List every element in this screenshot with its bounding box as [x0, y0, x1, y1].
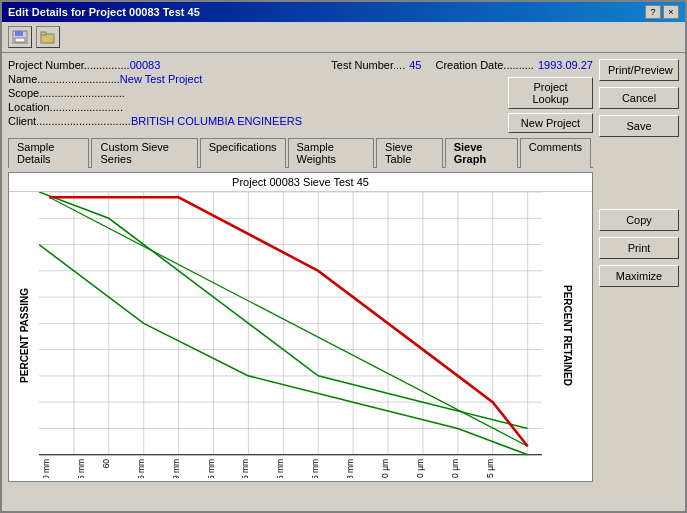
svg-text:2.36 mm: 2.36 mm: [310, 459, 320, 478]
svg-text:26 mm: 26 mm: [136, 459, 146, 478]
chart-title: Project 00083 Sieve Test 45: [9, 173, 592, 192]
project-number-row: Project Number............... 00083: [8, 59, 321, 71]
svg-text:9.5 mm: 9.5 mm: [241, 459, 251, 478]
svg-text:4.75 mm: 4.75 mm: [275, 459, 285, 478]
location-row: Location........................: [8, 101, 321, 113]
right-buttons-panel: Print/Preview Cancel Save Copy Print Max…: [599, 59, 679, 486]
info-right-top: Test Number.... 45 Creation Date........…: [331, 59, 593, 133]
svg-text:75 μm: 75 μm: [485, 459, 495, 478]
project-lookup-button[interactable]: Project Lookup: [508, 77, 593, 109]
save-toolbar-button[interactable]: [8, 26, 32, 48]
chart-area: Project 00083 Sieve Test 45 PERCENT PASS…: [8, 172, 593, 482]
client-row: Client............................... BR…: [8, 115, 321, 127]
title-bar: Edit Details for Project 00083 Test 45 ?…: [2, 2, 685, 22]
tab-sieve-table[interactable]: Sieve Table: [376, 138, 443, 168]
project-number-value: 00083: [130, 59, 161, 71]
spacer: [599, 143, 679, 203]
close-button[interactable]: ×: [663, 5, 679, 19]
svg-text:160 μm: 160 μm: [450, 459, 460, 478]
tab-sieve-graph[interactable]: Sieve Graph: [445, 138, 518, 168]
svg-text:600 μm: 600 μm: [380, 459, 390, 478]
toolbar: [2, 22, 685, 53]
y-left-container: PERCENT PASSING: [9, 192, 39, 478]
open-icon: [40, 30, 56, 44]
svg-text:300 μm: 300 μm: [415, 459, 425, 478]
info-left: Project Number............... 00083 Name…: [8, 59, 321, 133]
name-value: New Test Project: [120, 73, 202, 85]
svg-text:-80 mm: -80 mm: [41, 459, 51, 478]
svg-text:12.5 mm: 12.5 mm: [206, 459, 216, 478]
maximize-button[interactable]: Maximize: [599, 265, 679, 287]
svg-rect-4: [41, 32, 46, 35]
svg-rect-1: [15, 31, 23, 36]
client-label: Client...............................: [8, 115, 131, 127]
tab-custom-sieve[interactable]: Custom Sieve Series: [91, 138, 197, 168]
location-label: Location........................: [8, 101, 123, 113]
client-value: BRITISH COLUMBIA ENGINEERS: [131, 115, 302, 127]
open-toolbar-button[interactable]: [36, 26, 60, 48]
creation-date-value: 1993.09.27: [538, 59, 593, 71]
y-right-container: PERCENT RETAINED: [542, 192, 592, 478]
copy-button[interactable]: Copy: [599, 209, 679, 231]
print-button[interactable]: Print: [599, 237, 679, 259]
scope-label: Scope............................: [8, 87, 125, 99]
name-row: Name........................... New Test…: [8, 73, 321, 85]
save-icon: [12, 30, 28, 44]
project-number-label: Project Number...............: [8, 59, 130, 71]
svg-rect-2: [15, 38, 25, 42]
new-project-button[interactable]: New Project: [508, 113, 593, 133]
tab-comments[interactable]: Comments: [520, 138, 591, 168]
test-number-value: 45: [409, 59, 421, 71]
svg-text:60: 60: [101, 459, 111, 469]
chart-canvas: 100 90 80 70 60 50 40 30 20 10 0: [39, 192, 542, 478]
help-button[interactable]: ?: [645, 5, 661, 19]
creation-date-label: Creation Date..........: [436, 59, 534, 71]
chart-wrapper: PERCENT PASSING: [9, 192, 592, 478]
chart-svg: 100 90 80 70 60 50 40 30 20 10 0: [39, 192, 542, 478]
main-panel: Project Number............... 00083 Name…: [8, 59, 593, 486]
svg-rect-5: [39, 192, 542, 478]
tab-sample-weights[interactable]: Sample Weights: [288, 138, 375, 168]
cancel-button[interactable]: Cancel: [599, 87, 679, 109]
content-area: Project Number............... 00083 Name…: [2, 53, 685, 492]
save-button[interactable]: Save: [599, 115, 679, 137]
y-left-label: PERCENT PASSING: [19, 288, 30, 383]
info-section: Project Number............... 00083 Name…: [8, 59, 593, 133]
lookup-buttons: Project Lookup New Project: [508, 77, 593, 133]
window-title: Edit Details for Project 00083 Test 45: [8, 6, 200, 18]
name-label: Name...........................: [8, 73, 120, 85]
svg-text:1.18 mm: 1.18 mm: [345, 459, 355, 478]
tab-specifications[interactable]: Specifications: [200, 138, 286, 168]
tabs-row: Sample Details Custom Sieve Series Speci…: [8, 137, 593, 168]
test-creation-row: Test Number.... 45 Creation Date........…: [331, 59, 593, 71]
svg-text:75 mm: 75 mm: [76, 459, 86, 478]
title-bar-buttons: ? ×: [645, 5, 679, 19]
svg-text:19 mm: 19 mm: [171, 459, 181, 478]
main-window: Edit Details for Project 00083 Test 45 ?…: [0, 0, 687, 513]
scope-row: Scope............................: [8, 87, 321, 99]
y-right-label: PERCENT RETAINED: [562, 285, 573, 386]
tab-sample-details[interactable]: Sample Details: [8, 138, 89, 168]
test-number-label: Test Number....: [331, 59, 405, 71]
print-preview-button[interactable]: Print/Preview: [599, 59, 679, 81]
